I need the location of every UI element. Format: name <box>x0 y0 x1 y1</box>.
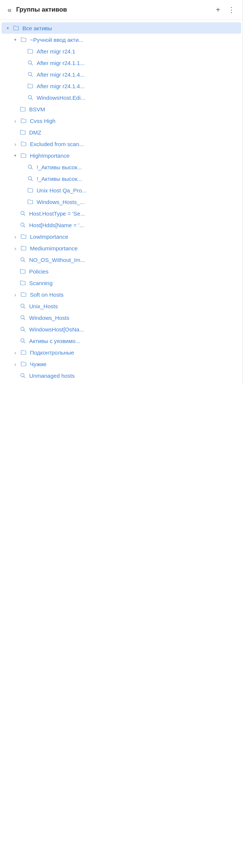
more-button[interactable]: ⋮ <box>226 5 237 14</box>
tree-item-9[interactable]: Cvss High <box>1 115 241 126</box>
tree-item-21[interactable]: NO_OS_Without_Im... <box>1 254 241 265</box>
chevron-icon-1[interactable] <box>4 25 11 31</box>
svg-line-1 <box>31 64 33 65</box>
tree-item-24[interactable]: Soft on Hosts <box>1 289 241 300</box>
svg-line-19 <box>24 319 25 320</box>
header-actions: + ⋮ <box>214 5 237 14</box>
tree-item-label-30: Чужие <box>30 361 46 367</box>
panel-title: Группы активов <box>16 6 67 13</box>
tree-item-label-19: LowImportance <box>30 234 68 240</box>
folder-icon-12 <box>19 152 28 159</box>
chevron-icon-19[interactable] <box>12 233 19 240</box>
tree-item-label-17: Host.HostType = 'Se... <box>29 210 85 217</box>
folder-icon-29 <box>19 349 28 356</box>
tree-item-10[interactable]: DMZ <box>1 127 241 138</box>
tree-item-11[interactable]: Excluded from scan... <box>1 138 241 149</box>
chevron-icon-24[interactable] <box>12 291 19 298</box>
tree-item-label-12: HighImportance <box>30 152 70 159</box>
svg-line-15 <box>24 261 25 262</box>
tree-item-label-27: WindowsHost[OsNa... <box>29 326 84 333</box>
tree-item-2[interactable]: ~Ручной ввод акти... <box>1 34 241 45</box>
tree-item-20[interactable]: Mediumimportance <box>1 243 241 254</box>
chevron-icon-20[interactable] <box>12 245 19 251</box>
folder-icon-1 <box>12 25 20 31</box>
back-button[interactable]: « <box>6 5 13 14</box>
folder-icon-3 <box>26 48 34 55</box>
svg-line-9 <box>31 180 33 181</box>
tree-item-18[interactable]: Host[Hdds[Name = '... <box>1 219 241 231</box>
folder-icon-11 <box>19 140 28 147</box>
search-icon-27 <box>19 326 27 333</box>
tree-item-19[interactable]: LowImportance <box>1 231 241 242</box>
folder-icon-19 <box>19 233 28 240</box>
search-icon-4 <box>26 59 34 66</box>
tree-item-26[interactable]: Windows_Hosts <box>1 312 241 323</box>
tree-item-27[interactable]: WindowsHost[OsNa... <box>1 324 241 335</box>
search-icon-14 <box>26 175 34 182</box>
tree-item-label-21: NO_OS_Without_Im... <box>29 257 85 263</box>
tree-item-label-16: Windows_Hosts_... <box>37 199 84 205</box>
tree-item-23[interactable]: Scanning <box>1 277 241 288</box>
svg-line-21 <box>24 330 25 332</box>
asset-groups-panel: « Группы активов + ⋮ Все активы ~Ручной … <box>0 0 243 384</box>
tree-item-1[interactable]: Все активы <box>1 22 241 34</box>
folder-icon-16 <box>26 198 34 205</box>
folder-icon-22 <box>19 268 27 275</box>
header-left: « Группы активов <box>6 5 67 14</box>
svg-line-11 <box>24 214 25 216</box>
search-icon-17 <box>19 210 27 217</box>
tree-item-14[interactable]: !_Активы высок... <box>1 173 241 184</box>
tree-item-30[interactable]: Чужие <box>1 358 241 370</box>
tree-item-label-8: BSVM <box>29 106 45 112</box>
tree-item-4[interactable]: After migr r24.1.1... <box>1 57 241 68</box>
tree-item-7[interactable]: WindowsHost.Edi... <box>1 92 241 103</box>
tree-item-label-29: Подконтрольные <box>30 349 74 356</box>
svg-line-13 <box>24 226 25 228</box>
tree-item-29[interactable]: Подконтрольные <box>1 347 241 358</box>
tree-item-5[interactable]: After migr r24.1.4... <box>1 69 241 80</box>
tree-item-label-10: DMZ <box>29 129 41 136</box>
search-icon-5 <box>26 71 34 78</box>
svg-line-25 <box>24 377 25 378</box>
folder-icon-8 <box>19 106 27 112</box>
tree-item-label-5: After migr r24.1.4... <box>37 71 84 78</box>
tree-item-6[interactable]: After migr r24.1.4... <box>1 80 241 92</box>
folder-icon-10 <box>19 129 27 136</box>
add-button[interactable]: + <box>214 5 222 14</box>
chevron-icon-9[interactable] <box>12 117 19 124</box>
chevron-icon-11[interactable] <box>12 140 19 147</box>
tree-item-label-7: WindowsHost.Edi... <box>37 95 85 101</box>
panel-header: « Группы активов + ⋮ <box>0 0 243 20</box>
tree-item-label-23: Scanning <box>29 280 53 286</box>
tree-item-15[interactable]: Unix Host Qa_Pro... <box>1 185 241 196</box>
tree-item-label-9: Cvss High <box>30 118 55 124</box>
tree-item-16[interactable]: Windows_Hosts_... <box>1 196 241 207</box>
tree-item-label-25: Unix_Hosts <box>29 303 58 309</box>
tree-item-label-31: Unmanaged hosts <box>29 373 75 379</box>
tree-item-label-22: Policies <box>29 268 49 275</box>
svg-line-23 <box>24 342 25 343</box>
search-icon-21 <box>19 256 27 263</box>
folder-icon-2 <box>19 36 28 43</box>
tree-item-8[interactable]: BSVM <box>1 104 241 115</box>
tree-item-label-4: After migr r24.1.1... <box>37 60 84 66</box>
tree-item-17[interactable]: Host.HostType = 'Se... <box>1 208 241 219</box>
tree-item-22[interactable]: Policies <box>1 266 241 277</box>
tree-item-28[interactable]: Активы с уязвимо... <box>1 335 241 346</box>
chevron-icon-12[interactable] <box>12 152 19 159</box>
tree-item-31[interactable]: Unmanaged hosts <box>1 370 241 381</box>
search-icon-28 <box>19 337 27 344</box>
tree-item-label-2: ~Ручной ввод акти... <box>30 37 83 43</box>
tree-item-label-20: Mediumimportance <box>30 245 78 251</box>
search-icon-25 <box>19 303 27 309</box>
tree-item-label-26: Windows_Hosts <box>29 315 70 321</box>
tree-item-3[interactable]: After migr r24.1 <box>1 46 241 57</box>
tree-item-label-24: Soft on Hosts <box>30 291 64 298</box>
tree-item-13[interactable]: !_Активы высок... <box>1 161 241 173</box>
tree-item-label-13: !_Активы высок... <box>37 164 82 170</box>
chevron-icon-2[interactable] <box>12 36 19 43</box>
tree-item-12[interactable]: HighImportance <box>1 150 241 161</box>
chevron-icon-30[interactable] <box>12 361 19 367</box>
tree-item-25[interactable]: Unix_Hosts <box>1 300 241 312</box>
chevron-icon-29[interactable] <box>12 349 19 356</box>
